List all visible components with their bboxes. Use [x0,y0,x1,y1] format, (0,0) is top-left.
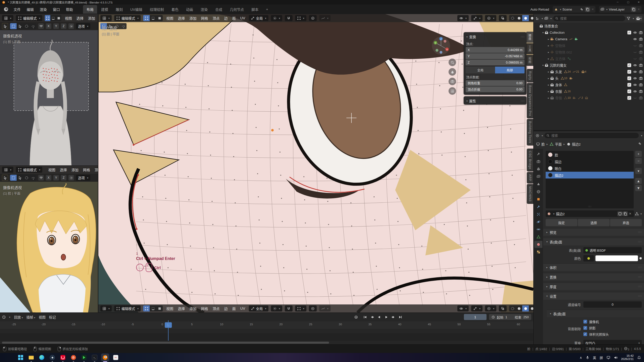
viewport-menu-item[interactable]: 视图 [47,166,56,173]
exclude-checkbox[interactable]: ✓ [627,83,631,87]
auto-reload-label[interactable]: Auto Reload [530,8,549,11]
chevron-right-icon[interactable]: ▸ [548,70,549,73]
edge-select-button[interactable] [50,15,56,21]
viewport-menu-item[interactable]: 顶点 [94,166,98,173]
properties-tab-object[interactable] [534,196,542,203]
material-slot-name[interactable]: 描边2 [555,173,564,178]
copy-material-button[interactable] [623,211,628,216]
chevron-right-icon[interactable]: ▸ [548,90,549,93]
solid-shading-button[interactable] [516,305,522,311]
viewport-menu-item[interactable]: UV [239,305,246,311]
previous-keyframe-button[interactable] [369,314,375,320]
current-frame-field[interactable]: 1 [464,314,487,320]
pass-index-field[interactable]: 0 [583,301,642,308]
sidebar-tab-Building Tools[interactable]: Building Tools [527,119,533,146]
zoom-tool-icon[interactable] [449,59,456,66]
properties-tab-tool[interactable] [534,150,542,157]
viewport-menu-item[interactable]: 添加 [188,305,197,312]
outliner-row[interactable]: ▸空物体 [534,42,644,49]
settings-panel-header[interactable]: ▾设置∷∷ [543,292,644,300]
viewlayer-name[interactable]: ViewLayer [609,8,625,11]
speaker-icon[interactable] [614,356,618,359]
material-slot-name[interactable]: 描边 [555,159,561,164]
material-slot[interactable]: 描边 [546,158,634,165]
chevron-down-icon[interactable]: ▾ [542,134,543,137]
global-button[interactable]: 全局 [466,67,495,73]
chevron-right-icon[interactable]: ▸ [548,51,549,54]
viewport-menu-item[interactable]: 添加 [87,15,96,22]
select-circle-tool[interactable] [113,23,120,29]
viewport-menu-item[interactable]: 视图 [165,305,174,312]
taskbar-clock[interactable]: 15:42 2026/2/11 [621,354,634,361]
properties-tab-material[interactable] [534,241,542,248]
viewport-menu-item[interactable]: UV [239,15,246,21]
scene-name[interactable]: Scene [562,8,572,11]
jump-to-end-button[interactable] [397,314,404,320]
slot-specials-icon[interactable]: ▾ [635,168,642,174]
options-dropdown[interactable]: 选项▾ [76,23,90,29]
menubar-item[interactable]: 编辑 [24,5,37,13]
ime-mode-indicator[interactable]: 拼 [600,355,603,360]
jump-to-start-button[interactable] [362,314,368,320]
fake-user-button[interactable] [617,211,623,216]
viewport-menu-item[interactable]: 面 [231,15,237,22]
camera-preview-grayscale[interactable] [0,30,98,165]
xray-toggle[interactable] [499,305,507,311]
viewlayer-selector[interactable]: ▾ ViewLayer ✕ [599,6,641,13]
menubar-item[interactable]: 文件 [11,5,24,13]
exclude-checkbox[interactable]: ✓ [627,96,631,100]
pivot-dropdown[interactable]: ▾ [271,305,282,311]
chevron-down-icon[interactable]: ▾ [633,17,634,20]
attributes-panel-header[interactable]: ▾ 属性 ∷∷ [466,98,525,103]
ortho-grid-icon[interactable] [449,87,456,95]
play-button[interactable] [383,314,389,320]
outliner-search-input[interactable] [560,16,623,21]
snap-toggle[interactable] [285,305,293,311]
viewport-menu-item[interactable]: 选择 [177,15,186,22]
viewport-menu-item[interactable]: 顶点 [212,15,221,22]
bevel-weight-field[interactable]: 倒角权重0.00 [466,80,525,86]
orientation-dropdown[interactable]: 全局▾ [249,15,268,21]
select-circle-tool[interactable] [23,23,30,29]
workspace-tab[interactable]: 雕刻 [112,5,126,14]
material-slot[interactable]: 眼白 [546,165,634,172]
local-button[interactable]: 局部 [495,67,525,73]
select-tweak-tool[interactable] [107,23,113,29]
chevron-down-icon[interactable]: ▾ [550,17,552,20]
chevron-right-icon[interactable]: ▸ [548,77,549,80]
viewport-menu-item[interactable]: 选择 [59,166,68,173]
gizmo-toggle[interactable]: ▾ [471,15,482,21]
sidebar-tab-ARP[interactable]: ARP [527,172,533,184]
material-slot-name[interactable]: 脸 [555,152,558,157]
minimize-icon[interactable]: ─ [612,0,623,5]
select-tweak-tool[interactable] [17,175,23,181]
falloff-dropdown[interactable]: ▾ [319,15,331,21]
color-swatch[interactable] [595,255,638,261]
displacement-panel-header[interactable]: ▸置换∷∷ [543,273,644,281]
outliner-row[interactable]: ▸衣服16✓ [534,88,644,95]
mirror-x-button[interactable]: X [46,23,51,29]
thickness-panel-header[interactable]: ▸厚度∷∷ [543,283,644,290]
outliner-editor-icon[interactable] [536,17,539,20]
mode-dropdown[interactable]: 编辑模式▾ [16,167,42,173]
surface-shader-field[interactable]: 透明 BSDF [583,247,642,253]
viewport-bottom-left[interactable]: ▾编辑模式▾ 视图选择添加网格顶点边面UV XYZ选项▾ [0,165,98,313]
chevron-right-icon[interactable]: ▸ [548,83,549,86]
properties-tab-constraints[interactable] [534,226,542,233]
outliner-item-label[interactable]: 衣服 [555,89,562,94]
workspace-tab[interactable]: 建模 [98,5,112,14]
outliner-item-label[interactable]: 头发 [555,69,562,74]
overlays-toggle[interactable]: ▾ [485,305,496,311]
properties-tab-scene[interactable] [534,180,542,188]
vertex-select-button[interactable] [143,305,150,311]
properties-tab-data[interactable] [534,233,542,240]
outliner-row[interactable]: ▸Camera [534,36,644,42]
color-socket-chip[interactable] [583,255,594,261]
new-viewlayer-button[interactable] [631,7,636,12]
timeline-scrollbar[interactable] [0,341,533,345]
vertex-select-button[interactable] [143,15,150,21]
chevron-right-icon[interactable]: ▸ [548,97,549,99]
select-lasso-tool[interactable] [120,23,127,29]
workspace-tab[interactable]: 动画 [182,5,196,14]
mirror-x-button[interactable]: X [46,175,51,180]
